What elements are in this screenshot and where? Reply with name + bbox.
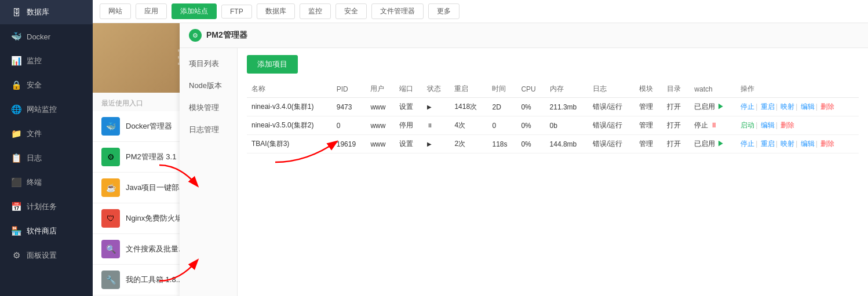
settings-icon: ⚙ [10, 250, 22, 261]
row3-port[interactable]: 设置 [395, 135, 422, 154]
sidebar-label-database: 数据库 [27, 7, 49, 17]
sidebar-item-files[interactable]: 📁 文件 [0, 122, 93, 146]
row1-actions: 停止| 重启| 映射| 编辑| 删除 [736, 98, 859, 116]
row1-pid: 9473 [332, 98, 366, 116]
row1-watch-icon: ▶ [717, 103, 724, 111]
pm2-nav-module-manage[interactable]: 模块管理 [180, 97, 237, 119]
sidebar-item-web-monitor[interactable]: 🌐 网站监控 [0, 97, 93, 122]
pm2-nav-node-version[interactable]: Node版本 [180, 75, 237, 97]
row1-delete[interactable]: 删除 [820, 103, 834, 111]
pm2-main-content: 添加项目 名称 PID 用户 端口 状态 重启 时间 CPU [238, 48, 868, 296]
sw-docker-icon: 🐳 [101, 117, 120, 136]
pm2-header-icon: ⚙ [189, 29, 202, 42]
sw-nginx-icon: 🛡 [101, 209, 120, 228]
row3-restart[interactable]: 重启 [761, 140, 775, 148]
row2-watch-icon: ⏸ [710, 121, 717, 129]
topbar-btn-filemanager[interactable]: 文件管理器 [371, 3, 424, 19]
add-project-button[interactable]: 添加项目 [247, 55, 298, 74]
row1-map[interactable]: 映射 [781, 103, 794, 111]
row3-pid: 19619 [332, 135, 366, 154]
topbar-btn-website[interactable]: 网站 [100, 3, 131, 19]
sidebar-item-logs[interactable]: 📋 日志 [0, 146, 93, 170]
topbar-btn-more[interactable]: 更多 [428, 3, 459, 19]
row1-user: www [366, 98, 395, 116]
row2-start[interactable]: 启动 [741, 121, 754, 129]
topbar-btn-security[interactable]: 安全 [335, 3, 367, 19]
topbar-btn-app[interactable]: 应用 [136, 3, 167, 19]
pm2-nav-log-manage[interactable]: 日志管理 [180, 119, 237, 141]
topbar-btn-database[interactable]: 数据库 [257, 3, 295, 19]
th-status: 状态 [422, 81, 450, 98]
pm2-nav-project-list[interactable]: 项目列表 [180, 53, 237, 75]
row2-module[interactable]: 管理 [634, 116, 662, 135]
row3-name[interactable]: TBAI(集群3) [247, 135, 332, 154]
sidebar-item-monitor[interactable]: 📊 监控 [0, 49, 93, 73]
sidebar-item-database[interactable]: 🗄 数据库 [0, 0, 93, 24]
row1-watch: 已启用 ▶ [690, 98, 736, 116]
row2-edit[interactable]: 编辑 [761, 121, 775, 129]
row2-log[interactable]: 错误/运行 [588, 116, 634, 135]
row3-watch: 已启用 ▶ [690, 135, 736, 154]
th-name: 名称 [247, 81, 332, 98]
row3-stop[interactable]: 停止 [741, 140, 754, 148]
sidebar-item-security[interactable]: 🔒 安全 [0, 73, 93, 97]
th-actions: 操作 [736, 81, 859, 98]
row3-log[interactable]: 错误/运行 [588, 135, 634, 154]
row1-dir[interactable]: 打开 [662, 98, 690, 116]
row2-time: 0 [487, 116, 516, 135]
row1-restarts: 1418次 [450, 98, 487, 116]
sidebar-label-webmonitor: 网站监控 [27, 104, 57, 115]
sidebar-item-software-store[interactable]: 🏪 软件商店 [0, 219, 93, 243]
th-dir: 目录 [662, 81, 690, 98]
row1-stop[interactable]: 停止 [741, 103, 754, 111]
sw-tools-icon: 🔧 [101, 271, 120, 289]
row1-port[interactable]: 设置 [395, 98, 422, 116]
sidebar-item-panel-settings[interactable]: ⚙ 面板设置 [0, 243, 93, 268]
th-module: 模块 [634, 81, 662, 98]
sidebar-label-settings: 面板设置 [27, 250, 57, 261]
sidebar-item-terminal[interactable]: ⬛ 终端 [0, 170, 93, 195]
sw-pm2-name: PM2管理器 3.1 [126, 152, 176, 162]
row2-dir[interactable]: 打开 [662, 116, 690, 135]
th-cpu: CPU [516, 81, 545, 98]
store-icon: 🏪 [10, 226, 22, 236]
row1-edit[interactable]: 编辑 [801, 103, 815, 111]
sidebar: 🗄 数据库 🐳 Docker 📊 监控 🔒 安全 🌐 网站监控 📁 文件 📋 日… [0, 0, 93, 296]
topbar-btn-ftp[interactable]: FTP [221, 5, 252, 19]
pm2-body: 项目列表 Node版本 模块管理 日志管理 添加项目 名称 PID 用户 [180, 48, 868, 296]
sidebar-label-tasks: 计划任务 [27, 202, 57, 212]
topbar-btn-add-site[interactable]: 添加站点 [172, 3, 217, 19]
log-icon: 📋 [10, 153, 22, 163]
row1-name[interactable]: nineai-v3.4.0(集群1) [247, 98, 332, 116]
row3-map[interactable]: 映射 [781, 140, 794, 148]
row3-edit[interactable]: 编辑 [801, 140, 815, 148]
row3-dir[interactable]: 打开 [662, 135, 690, 154]
sidebar-item-tasks[interactable]: 📅 计划任务 [0, 195, 93, 219]
row1-memory: 211.3mb [545, 98, 589, 116]
row1-log[interactable]: 错误/运行 [588, 98, 634, 116]
row1-restart[interactable]: 重启 [761, 103, 775, 111]
row3-delete[interactable]: 删除 [820, 140, 834, 148]
row1-module[interactable]: 管理 [634, 98, 662, 116]
sw-nginx-name: Nginx免费防火墙 [126, 213, 183, 224]
topbar-btn-monitor[interactable]: 监控 [300, 3, 331, 19]
terminal-icon: ⬛ [10, 177, 22, 188]
sidebar-label-security: 安全 [27, 80, 42, 90]
th-user: 用户 [366, 81, 395, 98]
row2-name[interactable]: nineai-v3.5.0(集群2) [247, 116, 332, 135]
sidebar-label-files: 文件 [27, 129, 42, 139]
sidebar-label-terminal: 终端 [27, 177, 42, 188]
row1-status: ▶ [422, 98, 450, 116]
sidebar-item-docker[interactable]: 🐳 Docker [0, 24, 93, 49]
row2-actions: 启动| 编辑| 删除 [736, 116, 859, 135]
row2-delete[interactable]: 删除 [781, 121, 794, 129]
row3-module[interactable]: 管理 [634, 135, 662, 154]
main-area: 网站 应用 添加站点 FTP 数据库 监控 安全 文件管理器 更多 🖼 最近使用… [93, 0, 868, 296]
pm2-header: ⚙ PM2管理器 [180, 23, 868, 48]
row2-port[interactable]: 停用 [395, 116, 422, 135]
row2-pid: 0 [332, 116, 366, 135]
row3-watch-icon: ▶ [717, 140, 724, 148]
sidebar-label-docker: Docker [27, 32, 50, 41]
sw-filesearch-icon: 🔍 [101, 240, 120, 258]
th-memory: 内存 [545, 81, 589, 98]
